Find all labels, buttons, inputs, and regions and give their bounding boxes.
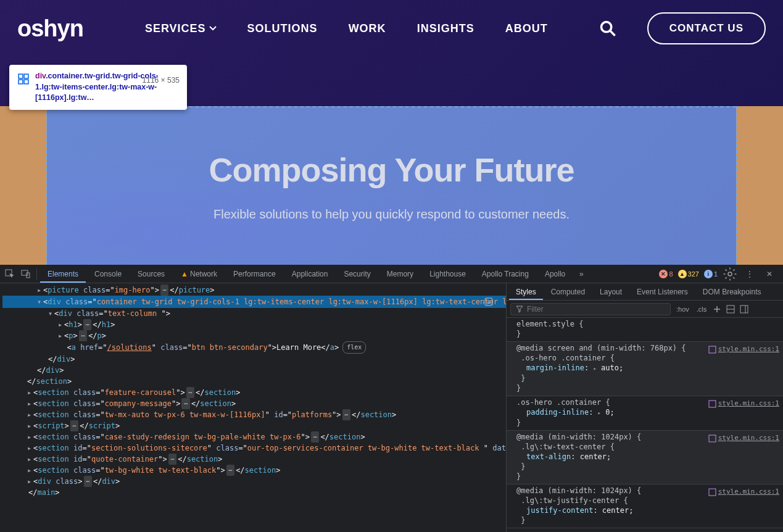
- selected-dom-node[interactable]: ▾<div class="container tw-grid tw-grid-c…: [2, 296, 506, 308]
- styles-tabs: Styles Computed Layout Event Listeners D…: [507, 283, 783, 301]
- inspect-icon[interactable]: [2, 267, 17, 281]
- cls-toggle[interactable]: .cls: [695, 305, 709, 313]
- kebab-menu-icon[interactable]: ⋮: [742, 267, 757, 281]
- svg-rect-17: [709, 435, 716, 442]
- settings-icon[interactable]: [723, 267, 737, 281]
- website-preview: oshyn SERVICES SOLUTIONS WORK INSIGHTS A…: [0, 0, 783, 265]
- expand-icon[interactable]: ⋯: [226, 465, 234, 476]
- element-inspector-tooltip: div.container.tw-grid.tw-grid-cols-1.lg:…: [9, 65, 187, 110]
- expand-icon[interactable]: ⋯: [181, 398, 189, 409]
- svg-rect-16: [709, 401, 716, 407]
- warning-count[interactable]: ▲327: [678, 270, 699, 278]
- nav-insights[interactable]: INSIGHTS: [417, 22, 474, 35]
- svg-rect-13: [740, 305, 748, 313]
- expand-icon[interactable]: ⋯: [186, 387, 194, 398]
- highlight-content: Composing Your Future Flexible solutions…: [47, 106, 736, 265]
- source-link[interactable]: style.min.css:1: [708, 433, 779, 443]
- svg-rect-4: [19, 80, 23, 84]
- filter-input[interactable]: [527, 305, 665, 314]
- search-icon[interactable]: [599, 20, 616, 37]
- devtools: Elements Console Sources ▲Network Perfor…: [0, 265, 783, 532]
- nav-work[interactable]: WORK: [349, 22, 386, 35]
- tab-sources[interactable]: Sources: [130, 266, 172, 282]
- tab-memory[interactable]: Memory: [379, 266, 421, 282]
- expand-icon[interactable]: ⋯: [160, 285, 168, 296]
- info-count[interactable]: i1: [704, 270, 718, 278]
- expand-icon[interactable]: ⋯: [168, 454, 176, 465]
- tab-console[interactable]: Console: [87, 266, 129, 282]
- svg-rect-18: [709, 489, 716, 496]
- tab-security[interactable]: Security: [336, 266, 378, 282]
- tab-apollo-tracing[interactable]: Apollo Tracing: [474, 266, 536, 282]
- source-link[interactable]: style.min.css:1: [708, 487, 779, 497]
- nav-about[interactable]: ABOUT: [505, 22, 548, 35]
- svg-rect-5: [24, 80, 28, 84]
- hero-section: Composing Your Future Flexible solutions…: [0, 106, 783, 265]
- expand-icon[interactable]: ⋯: [83, 319, 91, 330]
- svg-line-1: [610, 31, 615, 36]
- svg-rect-15: [709, 346, 716, 353]
- expand-icon[interactable]: ⋯: [311, 431, 319, 443]
- nav-solutions[interactable]: SOLUTIONS: [247, 22, 318, 35]
- new-rule-icon[interactable]: [712, 304, 722, 314]
- grid-icon: [18, 73, 29, 85]
- svg-point-9: [728, 272, 732, 276]
- source-link[interactable]: style.min.css:1: [708, 399, 779, 409]
- scroll-into-view-icon[interactable]: [484, 297, 494, 307]
- sidebar-toggle-icon[interactable]: [739, 304, 749, 314]
- elements-panel[interactable]: ⋯ ▸<picture class="img-hero">⋯</picture>…: [0, 283, 506, 532]
- site-logo: oshyn: [17, 15, 83, 42]
- computed-toggle-icon[interactable]: [726, 304, 735, 314]
- tab-performance[interactable]: Performance: [226, 266, 283, 282]
- expand-icon[interactable]: ⋯: [84, 476, 92, 487]
- hero-title: Composing Your Future: [209, 151, 574, 189]
- tab-dom-breakpoints[interactable]: DOM Breakpoints: [696, 285, 768, 299]
- highlight-margin-left: [0, 106, 47, 265]
- nav-services[interactable]: SERVICES: [145, 22, 217, 35]
- svg-point-0: [601, 22, 611, 32]
- tab-apollo[interactable]: Apollo: [537, 266, 573, 282]
- tab-lighthouse[interactable]: Lighthouse: [422, 266, 473, 282]
- expand-icon[interactable]: ⋯: [79, 330, 87, 341]
- hov-toggle[interactable]: :hov: [674, 305, 691, 313]
- svg-rect-2: [19, 74, 23, 78]
- main-nav: SERVICES SOLUTIONS WORK INSIGHTS ABOUT: [145, 22, 548, 35]
- tab-computed[interactable]: Computed: [544, 285, 592, 299]
- device-toggle-icon[interactable]: [19, 267, 33, 281]
- close-icon[interactable]: ✕: [762, 267, 777, 281]
- site-header: oshyn SERVICES SOLUTIONS WORK INSIGHTS A…: [0, 0, 783, 57]
- tab-network[interactable]: ▲Network: [173, 266, 225, 282]
- source-link[interactable]: style.min.css:1: [708, 344, 779, 354]
- styles-toolbar: :hov .cls: [507, 301, 783, 318]
- tab-event-listeners[interactable]: Event Listeners: [630, 285, 695, 299]
- more-tabs-icon[interactable]: »: [574, 267, 589, 281]
- contact-button[interactable]: CONTACT US: [647, 12, 766, 44]
- expand-icon[interactable]: ⋯: [70, 420, 78, 431]
- hero-subtitle: Flexible solutions to help you quickly r…: [213, 207, 570, 222]
- styles-panel: Styles Computed Layout Event Listeners D…: [506, 283, 783, 532]
- filter-box[interactable]: [510, 303, 671, 315]
- tab-application[interactable]: Application: [284, 266, 336, 282]
- tooltip-dimensions: 1116 × 535: [143, 76, 180, 85]
- tab-styles[interactable]: Styles: [509, 285, 543, 299]
- devtools-tabs: Elements Console Sources ▲Network Perfor…: [0, 265, 783, 283]
- expand-icon[interactable]: ⋯: [342, 409, 350, 420]
- svg-rect-3: [24, 74, 28, 78]
- highlight-margin-right: [736, 106, 783, 265]
- tab-layout[interactable]: Layout: [593, 285, 629, 299]
- tab-elements[interactable]: Elements: [40, 266, 86, 282]
- chevron-down-icon: [209, 26, 217, 31]
- filter-icon: [516, 305, 523, 313]
- css-rules[interactable]: element.style { } style.min.css:1 @media…: [507, 318, 783, 532]
- error-count[interactable]: ✕8: [659, 270, 673, 278]
